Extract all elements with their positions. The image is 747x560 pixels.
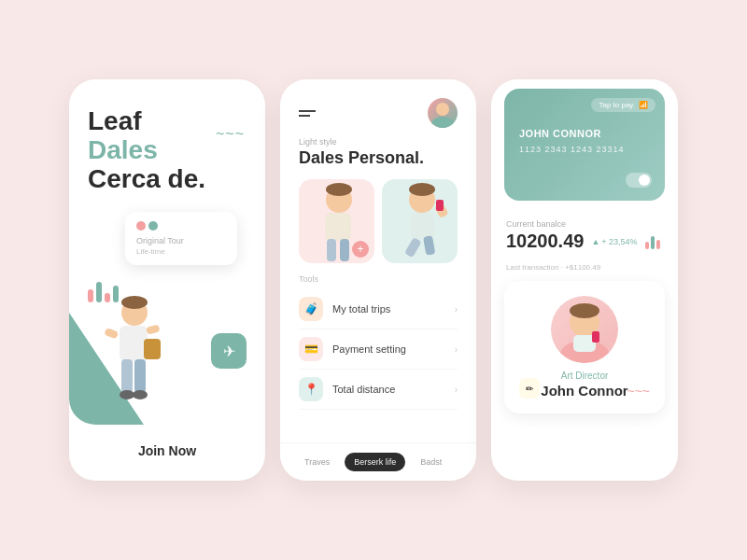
- dot-pink: [136, 221, 146, 231]
- svg-rect-16: [340, 239, 349, 261]
- screen-2: Light style Dales Personal. +: [280, 79, 476, 481]
- bar-2: [96, 282, 102, 302]
- tour-card: Original Tour Life-time: [125, 212, 237, 265]
- svg-rect-2: [120, 326, 148, 361]
- mini-bar-2: [651, 236, 655, 249]
- edit-button[interactable]: ✏: [519, 378, 540, 399]
- tap-pay-label: Tap to pay.: [599, 101, 635, 109]
- avatar-img: [428, 98, 458, 128]
- menu-label-trips: My total trips: [332, 303, 445, 315]
- screen1-content: Leaf Dales Cerca de. ~~~ Original Tour L…: [69, 79, 265, 265]
- tab-traves[interactable]: Traves: [295, 453, 339, 471]
- card-label: Original Tour: [136, 236, 226, 245]
- menu-section: Tools 🧳 My total trips › 💳 Payment setti…: [280, 263, 476, 410]
- photo-character-2: [382, 179, 458, 263]
- hamburger-menu[interactable]: [299, 107, 316, 119]
- svg-rect-15: [327, 239, 336, 261]
- tab-berserk[interactable]: Berserk life: [345, 453, 405, 471]
- profile-card: Art Director John Connor ✏ ~~~: [504, 281, 665, 413]
- screen-1: Leaf Dales Cerca de. ~~~ Original Tour L…: [69, 79, 265, 481]
- join-now-button[interactable]: Join Now: [138, 443, 196, 458]
- screen2-header: [280, 79, 476, 128]
- svg-rect-8: [104, 328, 119, 339]
- section-label: Tools: [299, 274, 458, 284]
- add-photo-btn[interactable]: +: [352, 241, 369, 258]
- credit-card: Tap to pay. 📶 JOHN CONNOR 1123 2343 1243…: [504, 89, 665, 201]
- menu-icon-payment: 💳: [299, 337, 323, 361]
- mini-bar-1: [645, 242, 649, 249]
- balance-chart: [645, 234, 660, 249]
- svg-point-25: [570, 303, 599, 318]
- hamburger-line-2: [299, 115, 310, 117]
- wave-decoration-2: ~~~: [627, 384, 650, 399]
- svg-rect-28: [592, 331, 599, 343]
- bottom-tabs: Traves Berserk life Badst: [280, 442, 476, 481]
- toggle-knob: [639, 175, 650, 186]
- svg-rect-4: [121, 359, 133, 393]
- action-button[interactable]: ✈: [211, 333, 247, 369]
- profile-name: John Connor: [541, 383, 627, 399]
- bar-1: [88, 289, 93, 302]
- menu-icon-distance: 📍: [299, 377, 323, 401]
- page-subtitle: Light style: [280, 128, 476, 147]
- bar-3: [105, 293, 110, 302]
- svg-point-11: [431, 117, 454, 128]
- mini-bar-3: [656, 240, 660, 249]
- svg-rect-9: [146, 324, 161, 334]
- nfc-icon: 📶: [639, 101, 648, 109]
- svg-rect-3: [144, 339, 161, 359]
- page-title: Dales Personal.: [280, 147, 476, 179]
- last-transaction: Last transaction · +$1100.49: [491, 263, 678, 272]
- menu-arrow-trips: ›: [455, 304, 458, 315]
- svg-rect-5: [134, 359, 146, 393]
- balance-section: Current banalce 10200.49 ▲ + 23,54%: [491, 210, 678, 261]
- tab-badst[interactable]: Badst: [411, 453, 451, 471]
- svg-rect-20: [404, 237, 422, 258]
- bar-chart: [88, 276, 265, 302]
- photos-row: +: [280, 179, 476, 263]
- wave-decoration: ~~~: [216, 126, 245, 143]
- character-svg-1: [88, 294, 172, 434]
- card-toggle[interactable]: [626, 173, 652, 188]
- menu-arrow-payment: ›: [455, 344, 458, 355]
- profile-role: Art Director: [561, 371, 609, 381]
- svg-point-6: [120, 390, 134, 399]
- balance-percent: + 23,54%: [601, 237, 637, 246]
- menu-item-trips[interactable]: 🧳 My total trips ›: [299, 289, 458, 329]
- screens-container: Leaf Dales Cerca de. ~~~ Original Tour L…: [50, 61, 697, 499]
- svg-point-7: [133, 390, 148, 399]
- profile-avatar-img: [551, 296, 618, 363]
- balance-row: 10200.49 ▲ + 23,54%: [506, 231, 663, 252]
- menu-label-payment: Payment setting: [332, 343, 445, 355]
- avatar-small[interactable]: [428, 98, 458, 128]
- card-dots: [136, 221, 226, 231]
- svg-point-10: [436, 103, 449, 116]
- card-sublabel: Life-time: [136, 247, 226, 256]
- menu-label-distance: Total distance: [332, 384, 445, 395]
- svg-rect-14: [325, 213, 351, 241]
- tap-to-pay: Tap to pay. 📶: [591, 98, 655, 112]
- menu-item-distance[interactable]: 📍 Total distance ›: [299, 370, 458, 410]
- photo-card-2[interactable]: [382, 179, 458, 263]
- svg-rect-19: [410, 213, 434, 239]
- balance-change: ▲ + 23,54%: [591, 237, 637, 246]
- svg-rect-23: [436, 200, 444, 211]
- hamburger-line-1: [299, 110, 316, 112]
- up-arrow-icon: ▲: [591, 237, 599, 246]
- balance-label: Current banalce: [506, 219, 663, 229]
- bar-4: [113, 286, 119, 302]
- svg-rect-21: [423, 235, 435, 255]
- menu-arrow-distance: ›: [455, 385, 458, 395]
- profile-avatar: [551, 296, 618, 363]
- svg-point-13: [326, 183, 352, 196]
- card-number: 1123 2343 1243 23314: [519, 145, 650, 154]
- character-figure-1: [88, 294, 172, 434]
- balance-amount: 10200.49: [506, 231, 584, 252]
- title-cerca: Cerca de.: [88, 165, 247, 194]
- card-holder-name: JOHN CONNOR: [519, 128, 650, 139]
- menu-item-payment[interactable]: 💳 Payment setting ›: [299, 329, 458, 370]
- menu-icon-trips: 🧳: [299, 297, 323, 321]
- svg-point-18: [409, 183, 435, 196]
- dot-teal: [148, 221, 158, 231]
- photo-card-1[interactable]: +: [299, 179, 374, 263]
